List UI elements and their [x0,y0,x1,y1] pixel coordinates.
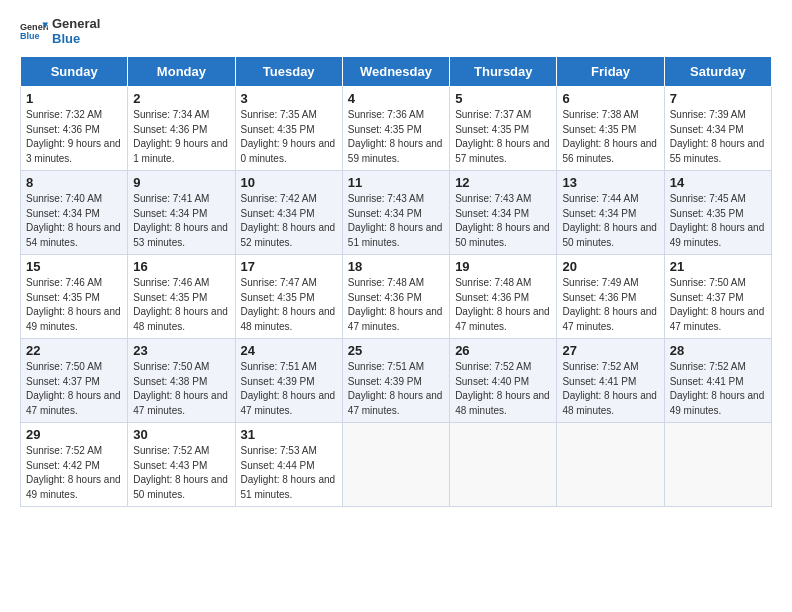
logo: General Blue General Blue [20,16,100,46]
day-number: 31 [241,427,337,442]
day-number: 11 [348,175,444,190]
day-cell: 17 Sunrise: 7:47 AMSunset: 4:35 PMDaylig… [235,255,342,339]
week-row-5: 29 Sunrise: 7:52 AMSunset: 4:42 PMDaylig… [21,423,772,507]
day-detail: Sunrise: 7:42 AMSunset: 4:34 PMDaylight:… [241,193,336,248]
day-detail: Sunrise: 7:51 AMSunset: 4:39 PMDaylight:… [348,361,443,416]
day-number: 8 [26,175,122,190]
day-detail: Sunrise: 7:38 AMSunset: 4:35 PMDaylight:… [562,109,657,164]
day-cell: 28 Sunrise: 7:52 AMSunset: 4:41 PMDaylig… [664,339,771,423]
day-cell: 25 Sunrise: 7:51 AMSunset: 4:39 PMDaylig… [342,339,449,423]
day-number: 21 [670,259,766,274]
day-cell: 10 Sunrise: 7:42 AMSunset: 4:34 PMDaylig… [235,171,342,255]
day-number: 24 [241,343,337,358]
day-detail: Sunrise: 7:34 AMSunset: 4:36 PMDaylight:… [133,109,228,164]
col-header-thursday: Thursday [450,57,557,87]
day-cell: 31 Sunrise: 7:53 AMSunset: 4:44 PMDaylig… [235,423,342,507]
day-number: 2 [133,91,229,106]
day-cell: 19 Sunrise: 7:48 AMSunset: 4:36 PMDaylig… [450,255,557,339]
day-detail: Sunrise: 7:35 AMSunset: 4:35 PMDaylight:… [241,109,336,164]
day-cell [342,423,449,507]
day-cell [450,423,557,507]
day-detail: Sunrise: 7:36 AMSunset: 4:35 PMDaylight:… [348,109,443,164]
day-number: 5 [455,91,551,106]
day-number: 13 [562,175,658,190]
day-cell [557,423,664,507]
day-detail: Sunrise: 7:52 AMSunset: 4:42 PMDaylight:… [26,445,121,500]
day-number: 17 [241,259,337,274]
day-cell [664,423,771,507]
day-cell: 24 Sunrise: 7:51 AMSunset: 4:39 PMDaylig… [235,339,342,423]
day-detail: Sunrise: 7:52 AMSunset: 4:40 PMDaylight:… [455,361,550,416]
day-detail: Sunrise: 7:48 AMSunset: 4:36 PMDaylight:… [455,277,550,332]
day-number: 4 [348,91,444,106]
day-detail: Sunrise: 7:32 AMSunset: 4:36 PMDaylight:… [26,109,121,164]
day-detail: Sunrise: 7:43 AMSunset: 4:34 PMDaylight:… [455,193,550,248]
day-cell: 27 Sunrise: 7:52 AMSunset: 4:41 PMDaylig… [557,339,664,423]
logo-icon: General Blue [20,17,48,45]
day-cell: 5 Sunrise: 7:37 AMSunset: 4:35 PMDayligh… [450,87,557,171]
day-number: 7 [670,91,766,106]
day-cell: 14 Sunrise: 7:45 AMSunset: 4:35 PMDaylig… [664,171,771,255]
day-number: 15 [26,259,122,274]
day-detail: Sunrise: 7:53 AMSunset: 4:44 PMDaylight:… [241,445,336,500]
day-number: 10 [241,175,337,190]
day-number: 27 [562,343,658,358]
day-cell: 20 Sunrise: 7:49 AMSunset: 4:36 PMDaylig… [557,255,664,339]
day-cell: 2 Sunrise: 7:34 AMSunset: 4:36 PMDayligh… [128,87,235,171]
day-cell: 12 Sunrise: 7:43 AMSunset: 4:34 PMDaylig… [450,171,557,255]
day-cell: 6 Sunrise: 7:38 AMSunset: 4:35 PMDayligh… [557,87,664,171]
day-number: 3 [241,91,337,106]
day-number: 19 [455,259,551,274]
day-cell: 22 Sunrise: 7:50 AMSunset: 4:37 PMDaylig… [21,339,128,423]
day-number: 30 [133,427,229,442]
day-detail: Sunrise: 7:40 AMSunset: 4:34 PMDaylight:… [26,193,121,248]
day-detail: Sunrise: 7:44 AMSunset: 4:34 PMDaylight:… [562,193,657,248]
day-cell: 9 Sunrise: 7:41 AMSunset: 4:34 PMDayligh… [128,171,235,255]
svg-text:Blue: Blue [20,31,40,41]
col-header-friday: Friday [557,57,664,87]
day-cell: 29 Sunrise: 7:52 AMSunset: 4:42 PMDaylig… [21,423,128,507]
day-detail: Sunrise: 7:39 AMSunset: 4:34 PMDaylight:… [670,109,765,164]
day-detail: Sunrise: 7:52 AMSunset: 4:41 PMDaylight:… [670,361,765,416]
day-detail: Sunrise: 7:46 AMSunset: 4:35 PMDaylight:… [133,277,228,332]
day-number: 12 [455,175,551,190]
day-detail: Sunrise: 7:41 AMSunset: 4:34 PMDaylight:… [133,193,228,248]
day-detail: Sunrise: 7:50 AMSunset: 4:37 PMDaylight:… [26,361,121,416]
day-cell: 13 Sunrise: 7:44 AMSunset: 4:34 PMDaylig… [557,171,664,255]
day-detail: Sunrise: 7:49 AMSunset: 4:36 PMDaylight:… [562,277,657,332]
week-row-2: 8 Sunrise: 7:40 AMSunset: 4:34 PMDayligh… [21,171,772,255]
logo-text: General Blue [52,16,100,46]
week-row-4: 22 Sunrise: 7:50 AMSunset: 4:37 PMDaylig… [21,339,772,423]
col-header-monday: Monday [128,57,235,87]
day-number: 28 [670,343,766,358]
col-header-tuesday: Tuesday [235,57,342,87]
day-detail: Sunrise: 7:52 AMSunset: 4:41 PMDaylight:… [562,361,657,416]
col-header-sunday: Sunday [21,57,128,87]
day-detail: Sunrise: 7:48 AMSunset: 4:36 PMDaylight:… [348,277,443,332]
day-detail: Sunrise: 7:37 AMSunset: 4:35 PMDaylight:… [455,109,550,164]
day-cell: 23 Sunrise: 7:50 AMSunset: 4:38 PMDaylig… [128,339,235,423]
day-cell: 30 Sunrise: 7:52 AMSunset: 4:43 PMDaylig… [128,423,235,507]
day-number: 23 [133,343,229,358]
day-detail: Sunrise: 7:47 AMSunset: 4:35 PMDaylight:… [241,277,336,332]
day-number: 6 [562,91,658,106]
day-cell: 3 Sunrise: 7:35 AMSunset: 4:35 PMDayligh… [235,87,342,171]
day-number: 1 [26,91,122,106]
col-header-saturday: Saturday [664,57,771,87]
day-cell: 18 Sunrise: 7:48 AMSunset: 4:36 PMDaylig… [342,255,449,339]
day-number: 18 [348,259,444,274]
day-cell: 4 Sunrise: 7:36 AMSunset: 4:35 PMDayligh… [342,87,449,171]
day-cell: 26 Sunrise: 7:52 AMSunset: 4:40 PMDaylig… [450,339,557,423]
day-cell: 16 Sunrise: 7:46 AMSunset: 4:35 PMDaylig… [128,255,235,339]
day-number: 14 [670,175,766,190]
week-row-1: 1 Sunrise: 7:32 AMSunset: 4:36 PMDayligh… [21,87,772,171]
day-detail: Sunrise: 7:46 AMSunset: 4:35 PMDaylight:… [26,277,121,332]
day-cell: 21 Sunrise: 7:50 AMSunset: 4:37 PMDaylig… [664,255,771,339]
day-cell: 15 Sunrise: 7:46 AMSunset: 4:35 PMDaylig… [21,255,128,339]
day-number: 20 [562,259,658,274]
day-cell: 8 Sunrise: 7:40 AMSunset: 4:34 PMDayligh… [21,171,128,255]
day-detail: Sunrise: 7:50 AMSunset: 4:38 PMDaylight:… [133,361,228,416]
day-number: 9 [133,175,229,190]
day-detail: Sunrise: 7:51 AMSunset: 4:39 PMDaylight:… [241,361,336,416]
day-detail: Sunrise: 7:52 AMSunset: 4:43 PMDaylight:… [133,445,228,500]
